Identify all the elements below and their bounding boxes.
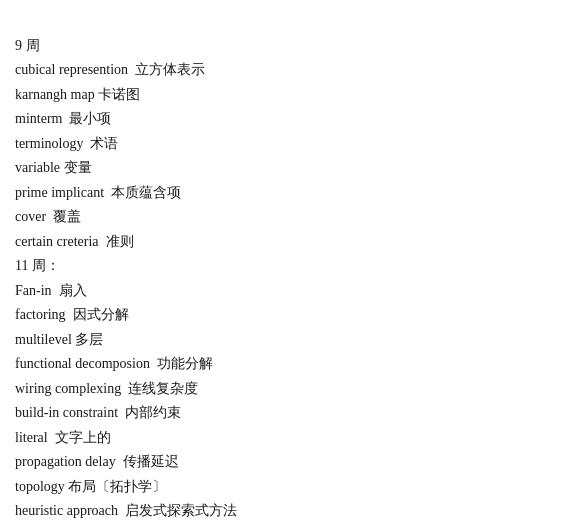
line-15: wiring complexing 连线复杂度	[15, 377, 571, 402]
line-11: Fan-in 扇入	[15, 279, 571, 304]
line-9: certain creteria 准则	[15, 230, 571, 255]
line-17: literal 文字上的	[15, 426, 571, 451]
line-13: multilevel 多层	[15, 328, 571, 353]
line-7: prime implicant 本质蕴含项	[15, 181, 571, 206]
line-6: variable 变量	[15, 156, 571, 181]
line-8: cover 覆盖	[15, 205, 571, 230]
line-14: functional decomposion 功能分解	[15, 352, 571, 377]
line-18: propagation delay 传播延迟	[15, 450, 571, 475]
line-12: factoring 因式分解	[15, 303, 571, 328]
line-3: karnangh map 卡诺图	[15, 83, 571, 108]
line-10: 11 周：	[15, 254, 571, 279]
line-5: terminology 术语	[15, 132, 571, 157]
line-16: build-in constraint 内部约束	[15, 401, 571, 426]
main-content: 9 周cubical represention 立方体表示karnangh ma…	[15, 10, 571, 523]
line-2: cubical represention 立方体表示	[15, 58, 571, 83]
line-1: 9 周	[15, 34, 571, 59]
line-4: minterm 最小项	[15, 107, 571, 132]
line-20: heuristic approach 启发式探索式方法	[15, 499, 571, 523]
line-19: topology 布局〔拓扑学〕	[15, 475, 571, 500]
